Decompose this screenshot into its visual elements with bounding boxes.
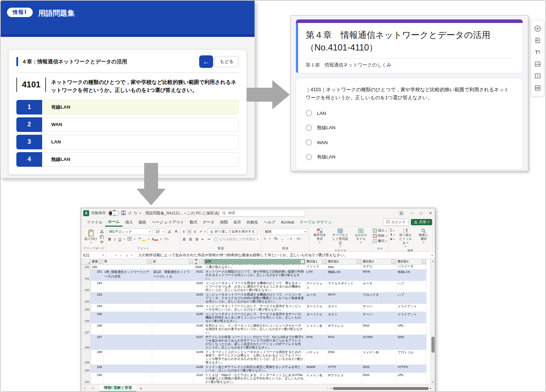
cell-設問[interactable]: 住所のように、インターネットに接続されたコンピュータやルータを識別するための番号…: [204, 323, 305, 335]
cell-選択肢3[interactable]: DNS: [362, 373, 397, 384]
table-row[interactable]: 1821814章_情報通信ネットワークとデータの活用第1節 情報通信ネットワーク…: [81, 269, 430, 281]
formula-expand-icon[interactable]: ▾: [429, 254, 435, 257]
form-choice-1[interactable]: LAN: [306, 110, 513, 116]
cell-選択肢4[interactable]: パラメータ: [397, 265, 427, 269]
add-title-icon[interactable]: TT: [534, 48, 541, 56]
cell-通番[interactable]: 184: [91, 304, 103, 312]
row-number[interactable]: 186: [81, 312, 91, 323]
formula-content[interactable]: 人の創作活動によって生み出された作品や技術が持つ財産的な価値を総称して何というか…: [135, 253, 429, 258]
percent-icon[interactable]: %: [273, 236, 278, 241]
menu-tab-テーブル デザイン[interactable]: テーブル デザイン: [297, 219, 335, 226]
row-number[interactable]: 187: [81, 323, 91, 335]
wrap-text-button[interactable]: 折り返して全体を表示する: [208, 228, 257, 235]
bold-button[interactable]: B: [108, 237, 112, 242]
filter-dropdown-icon[interactable]: ▾: [357, 260, 361, 264]
orientation-icon[interactable]: ⇗: [198, 230, 203, 234]
scroll-down-icon[interactable]: ▼: [432, 380, 434, 384]
cell-選択肢1[interactable]: WWW: [305, 365, 327, 373]
cell-設問[interactable]: ドメイン名とIPアドレスとの対応を相互に変換するシステムを何というか。正しいもの…: [204, 365, 305, 373]
align-middle-icon[interactable]: ≡: [187, 229, 192, 234]
cell-選択肢2[interactable]: IPv4: [327, 335, 362, 350]
menu-tab-自動化[interactable]: 自動化: [244, 219, 261, 226]
form-question-card[interactable]: ｜4101｜ネットワークの種類のひとつで，家や学校など比較的狭い範囲で利用される…: [296, 78, 523, 170]
row-number[interactable]: 185: [81, 304, 91, 312]
cell-章[interactable]: [103, 265, 152, 269]
radio-icon[interactable]: [306, 154, 312, 160]
menu-tab-挿入[interactable]: 挿入: [123, 219, 136, 226]
cell-番号[interactable]: 4102: [194, 281, 204, 292]
cell-選択肢2[interactable]: Max: [327, 265, 362, 269]
cell-番号[interactable]: 3306: [194, 265, 204, 269]
table-row[interactable]: 1851844104コンピュータネットワークにおいて、サービスを提供するコンピュ…: [81, 304, 430, 312]
decrease-font-icon[interactable]: Aˇ: [174, 229, 179, 234]
cell-設問[interactable]: コンピュータネットワークを構成する機器のひとつで、異なるネットワークをつなぎ、お…: [204, 281, 305, 292]
increase-font-icon[interactable]: A^: [167, 229, 172, 234]
cell-節[interactable]: [152, 323, 194, 335]
cell-設問[interactable]: 導き出す際に用いられる要素」のことを何というか。正しいものを1つ選び答えなさい。: [204, 265, 305, 269]
cell-選択肢1[interactable]: IPv6: [305, 335, 327, 350]
cell-選択肢2[interactable]: HTTP: [327, 365, 362, 373]
cell-選択肢3[interactable]: サーバ: [362, 304, 397, 312]
column-header-選択肢1[interactable]: 選択肢1▾: [305, 259, 327, 265]
row-number[interactable]: 188: [81, 335, 91, 350]
cell-通番[interactable]: 182: [91, 281, 103, 292]
paste-button[interactable]: 貼り付け▾: [83, 228, 99, 245]
radio-icon[interactable]: [306, 139, 312, 146]
user-avatar[interactable]: [398, 210, 404, 216]
cell-選択肢4[interactable]: 有線LAN: [397, 269, 427, 281]
menu-tab-ファイル[interactable]: ファイル: [84, 219, 105, 226]
sheet-nav-arrows[interactable]: ‹ ›: [84, 386, 96, 391]
hscroll-left-icon[interactable]: ◂: [330, 387, 332, 390]
merge-center-button[interactable]: セルを結合して中央揃え▾: [212, 236, 260, 242]
minimize-button[interactable]: ─: [411, 211, 413, 215]
format-as-table-button[interactable]: テーブルとして書式設定▾: [330, 228, 350, 248]
sheet-tab[interactable]: 情報Ⅰ 図解と実習: [100, 385, 136, 392]
form-choice-3[interactable]: WAN: [306, 139, 513, 146]
row-number[interactable]: 184: [81, 292, 91, 304]
cell-選択肢2[interactable]: Wi-Fi: [327, 292, 362, 304]
table-row[interactable]: 1831824102コンピュータネットワークを構成する機器のひとつで、異なるネッ…: [81, 281, 430, 292]
radio-icon[interactable]: [306, 125, 312, 131]
cell-設問[interactable]: IPアドレスの体系（バージョン）のひとつで、0から255までの数字4つを組み合わ…: [204, 335, 305, 350]
cell-選択肢1[interactable]: ドメイン名: [305, 323, 327, 335]
cell-番号[interactable]: 4103: [194, 292, 204, 304]
cell-番号[interactable]: 4108: [194, 350, 204, 365]
filter-dropdown-icon[interactable]: ▾: [147, 260, 151, 264]
filter-dropdown-icon[interactable]: ▾: [301, 260, 304, 264]
cell-設問[interactable]: インターネット上のコンピュータやネットワークを識別するための名前で、IPアドレス…: [204, 350, 305, 365]
cell-設問[interactable]: ネットワークの種類のひとつで、家や学校など比較的狭い範囲で利用されるネットワーク…: [204, 269, 305, 281]
autosum-icon[interactable]: Σ ▾: [390, 228, 395, 232]
cell-選択肢3[interactable]: プロバイダ: [362, 292, 397, 304]
cell-選択肢2[interactable]: アクセスポイント: [327, 281, 362, 292]
table-row[interactable]: 1881874107IPアドレスの体系（バージョン）のひとつで、0から255まで…: [81, 335, 430, 350]
decrease-indent-icon[interactable]: ⇤: [201, 237, 205, 241]
form-choice-2[interactable]: 無線LAN: [306, 125, 513, 131]
cell-通番[interactable]: 187: [91, 335, 103, 350]
cell-選択肢4[interactable]: ハブ: [397, 292, 427, 304]
increase-decimal-icon[interactable]: ←.0: [286, 237, 293, 241]
cell-設問[interactable]: コンピュータネットワークを構成する機器のひとつで、パソコンやプリンタ、スキャナな…: [204, 292, 305, 304]
align-left-icon[interactable]: ≣: [182, 237, 186, 242]
font-size-select[interactable]: 10▾: [154, 228, 166, 235]
cell-番号[interactable]: 4110: [194, 373, 204, 384]
clear-icon[interactable]: ◈ ▾: [390, 237, 395, 241]
addins-button[interactable]: アドイン: [434, 228, 435, 243]
cell-選択肢2[interactable]: DNS: [327, 350, 362, 365]
cell-name-box[interactable]: E21▾: [81, 252, 106, 259]
copy-icon[interactable]: [100, 235, 104, 240]
cell-選択肢1[interactable]: ドメイン名: [305, 373, 327, 384]
redo-icon[interactable]: ↻: [134, 211, 138, 216]
column-header-通番[interactable]: 通番▾: [91, 259, 103, 265]
cell-節[interactable]: [152, 373, 194, 384]
cell-選択肢4[interactable]: ハブ: [397, 281, 427, 292]
cell-選択肢3[interactable]: モデル: [362, 265, 397, 269]
cancel-entry-icon[interactable]: ×: [115, 253, 117, 257]
cell-番号[interactable]: 4104: [194, 304, 204, 312]
cell-節[interactable]: [152, 281, 194, 292]
add-video-icon[interactable]: [534, 72, 541, 80]
cell-番号[interactable]: 4109: [194, 365, 204, 373]
cell-章[interactable]: [103, 312, 152, 323]
cell-選択肢2[interactable]: ホスト: [327, 304, 362, 312]
cell-章[interactable]: [103, 304, 152, 312]
cell-選択肢2[interactable]: IPアドレス: [327, 323, 362, 335]
